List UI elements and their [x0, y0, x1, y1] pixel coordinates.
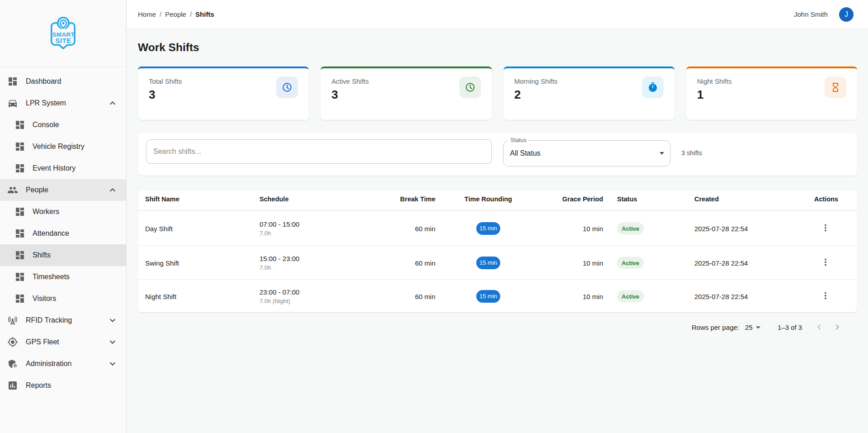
svg-text:SITE: SITE	[55, 36, 71, 44]
